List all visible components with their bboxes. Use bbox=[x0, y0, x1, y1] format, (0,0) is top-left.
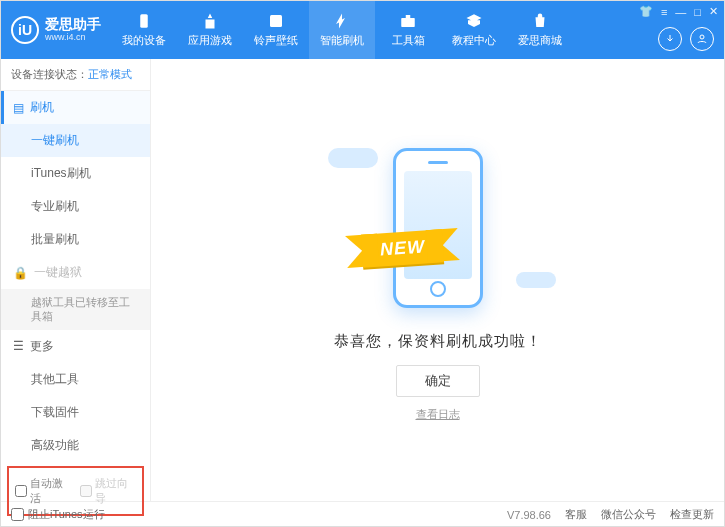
main-content: NEW 恭喜您，保资料刷机成功啦！ 确定 查看日志 bbox=[151, 59, 724, 501]
lock-icon: 🔒 bbox=[13, 266, 28, 280]
nav-wallpaper[interactable]: 铃声壁纸 bbox=[243, 1, 309, 59]
app-url: www.i4.cn bbox=[45, 33, 101, 43]
connection-status: 设备连接状态：正常模式 bbox=[1, 59, 150, 91]
svg-rect-3 bbox=[406, 15, 411, 18]
logo-icon: iU bbox=[11, 16, 39, 44]
success-message: 恭喜您，保资料刷机成功啦！ bbox=[334, 332, 542, 351]
tutorial-icon bbox=[465, 12, 483, 30]
sidebar-group-jailbreak: 🔒 一键越狱 bbox=[1, 256, 150, 289]
footer-update[interactable]: 检查更新 bbox=[670, 507, 714, 522]
sidebar-item-advanced[interactable]: 高级功能 bbox=[1, 429, 150, 462]
svg-rect-1 bbox=[270, 15, 282, 27]
download-button[interactable] bbox=[658, 27, 682, 51]
menu-icon[interactable]: ≡ bbox=[661, 6, 667, 18]
nav-store[interactable]: 爱思商城 bbox=[507, 1, 573, 59]
app-name: 爱思助手 bbox=[45, 17, 101, 32]
success-illustration: NEW bbox=[338, 138, 538, 318]
maximize-icon[interactable]: □ bbox=[694, 6, 701, 18]
window-controls: 👕 ≡ — □ ✕ bbox=[639, 5, 718, 18]
svg-rect-0 bbox=[140, 14, 148, 28]
skin-icon[interactable]: 👕 bbox=[639, 5, 653, 18]
user-button[interactable] bbox=[690, 27, 714, 51]
app-header: iU 爱思助手 www.i4.cn 我的设备 应用游戏 铃声壁纸 智能刷机 工具… bbox=[1, 1, 724, 59]
sidebar-item-download-firmware[interactable]: 下载固件 bbox=[1, 396, 150, 429]
footer-wechat[interactable]: 微信公众号 bbox=[601, 507, 656, 522]
svg-rect-2 bbox=[401, 18, 415, 27]
sidebar: 设备连接状态：正常模式 ▤ 刷机 一键刷机 iTunes刷机 专业刷机 批量刷机… bbox=[1, 59, 151, 501]
block-itunes-checkbox[interactable]: 阻止iTunes运行 bbox=[11, 507, 105, 522]
sidebar-item-batch-flash[interactable]: 批量刷机 bbox=[1, 223, 150, 256]
sidebar-group-flash[interactable]: ▤ 刷机 bbox=[1, 91, 150, 124]
apps-icon bbox=[201, 12, 219, 30]
footer-support[interactable]: 客服 bbox=[565, 507, 587, 522]
nav-apps[interactable]: 应用游戏 bbox=[177, 1, 243, 59]
view-log-link[interactable]: 查看日志 bbox=[416, 407, 460, 422]
ok-button[interactable]: 确定 bbox=[396, 365, 480, 397]
sidebar-group-more[interactable]: ☰ 更多 bbox=[1, 330, 150, 363]
store-icon bbox=[531, 12, 549, 30]
flash-group-icon: ▤ bbox=[13, 101, 24, 115]
nav-flash[interactable]: 智能刷机 bbox=[309, 1, 375, 59]
version-label: V7.98.66 bbox=[507, 509, 551, 521]
flash-icon bbox=[333, 12, 351, 30]
minimize-icon[interactable]: — bbox=[675, 6, 686, 18]
skip-guide-checkbox[interactable]: 跳过向导 bbox=[80, 476, 137, 506]
top-nav: 我的设备 应用游戏 铃声壁纸 智能刷机 工具箱 教程中心 爱思商城 bbox=[111, 1, 573, 59]
sidebar-item-oneclick-flash[interactable]: 一键刷机 bbox=[1, 124, 150, 157]
nav-tutorial[interactable]: 教程中心 bbox=[441, 1, 507, 59]
wallpaper-icon bbox=[267, 12, 285, 30]
device-icon bbox=[135, 12, 153, 30]
toolbox-icon bbox=[399, 12, 417, 30]
close-icon[interactable]: ✕ bbox=[709, 5, 718, 18]
nav-my-device[interactable]: 我的设备 bbox=[111, 1, 177, 59]
logo: iU 爱思助手 www.i4.cn bbox=[11, 16, 101, 44]
sidebar-item-itunes-flash[interactable]: iTunes刷机 bbox=[1, 157, 150, 190]
svg-point-4 bbox=[700, 35, 704, 39]
sidebar-item-other-tools[interactable]: 其他工具 bbox=[1, 363, 150, 396]
nav-toolbox[interactable]: 工具箱 bbox=[375, 1, 441, 59]
new-ribbon: NEW bbox=[360, 229, 443, 268]
sidebar-jailbreak-note: 越狱工具已转移至工具箱 bbox=[1, 289, 150, 330]
more-group-icon: ☰ bbox=[13, 339, 24, 353]
auto-activate-checkbox[interactable]: 自动激活 bbox=[15, 476, 72, 506]
sidebar-item-pro-flash[interactable]: 专业刷机 bbox=[1, 190, 150, 223]
